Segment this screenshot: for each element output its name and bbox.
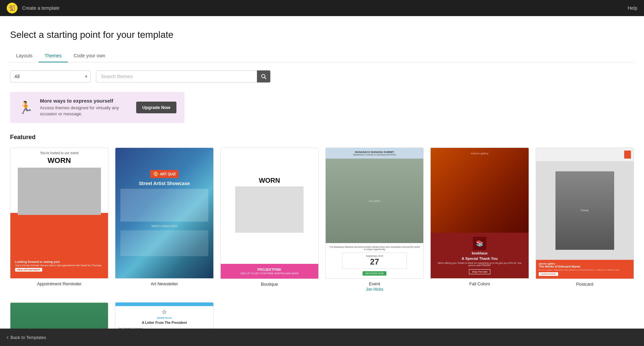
nav-left: 🐒 Create a template	[7, 3, 59, 13]
mailchimp-logo: 🐒	[7, 3, 17, 13]
template-name-appointment: Appointment Reminder	[10, 279, 108, 287]
help-link[interactable]: Help	[628, 5, 637, 11]
nav-title: Create a template	[22, 5, 59, 11]
template-card-postcard[interactable]: Portrait autumn gallery The Works of Edo…	[536, 148, 634, 293]
template-thumbnail-fall: autumn gallery 📚 bookhaus A Special Than…	[430, 148, 529, 279]
tab-themes[interactable]: Themes	[39, 50, 68, 62]
template-name-fall: Fall Colors	[430, 279, 529, 287]
page-heading: Select a starting point for your templat…	[10, 30, 634, 40]
template-thumbnail-postcard: Portrait autumn gallery The Works of Edo…	[536, 148, 634, 279]
back-label: Back to Templates	[10, 335, 46, 340]
template-card-appointment[interactable]: You're invited to our event WORN Looking…	[10, 148, 108, 293]
template-name-postcard: Postcard	[536, 279, 634, 287]
template-author-event: Jon Hicks	[325, 287, 424, 293]
filters-row: All Basic Ecommerce Notification Feature…	[10, 70, 634, 82]
banner-icon: 🏃	[18, 101, 33, 115]
category-dropdown[interactable]: All Basic Ecommerce Notification Feature…	[10, 70, 91, 82]
template-thumbnail-art: 🎨 ART QUIZ Street Artist Showcase Meet a…	[115, 148, 213, 279]
svg-line-1	[265, 77, 266, 79]
search-icon	[261, 74, 266, 79]
back-to-templates-link[interactable]: ‹ Back to Templates	[7, 334, 46, 340]
template-name-boutique: Boutique	[220, 279, 319, 287]
template-thumbnail-event: BANANACO BANANA SUMMIT BANANACO WORLD HE…	[325, 148, 424, 279]
template-card-fall[interactable]: autumn gallery 📚 bookhaus A Special Than…	[430, 148, 529, 293]
template-thumbnail-boutique: WORN PROJEKTPINK SIGN UP TO GET YOUR FRE…	[220, 148, 319, 279]
main-content: Select a starting point for your templat…	[0, 16, 644, 346]
tab-layouts[interactable]: Layouts	[10, 50, 39, 62]
search-wrapper	[96, 70, 270, 82]
tab-code[interactable]: Code your own	[68, 50, 111, 62]
category-dropdown-wrapper: All Basic Ecommerce Notification Feature…	[10, 70, 91, 82]
featured-heading: Featured	[10, 134, 634, 141]
bottom-bar: ‹ Back to Templates	[0, 329, 644, 346]
search-button[interactable]	[257, 70, 270, 82]
upgrade-button[interactable]: Upgrade Now	[136, 102, 176, 113]
template-card-boutique[interactable]: WORN PROJEKTPINK SIGN UP TO GET YOUR FRE…	[220, 148, 319, 293]
search-input[interactable]	[96, 70, 270, 82]
banner-description: Access themes designed for virtually any…	[40, 105, 129, 117]
upgrade-banner: 🏃 More ways to express yourself Access t…	[10, 92, 184, 123]
banner-title: More ways to express yourself	[40, 98, 129, 104]
tab-bar: Layouts Themes Code your own	[10, 50, 634, 62]
template-card-event[interactable]: BANANACO BANANA SUMMIT BANANACO WORLD HE…	[325, 148, 424, 293]
featured-grid: You're invited to our event WORN Looking…	[10, 148, 634, 293]
banner-text: More ways to express yourself Access the…	[40, 98, 129, 117]
template-thumbnail-appointment: You're invited to our event WORN Looking…	[10, 148, 108, 279]
template-name-art: Art Newsletter	[115, 279, 213, 287]
template-name-event: Event	[325, 279, 424, 287]
template-card-art[interactable]: 🎨 ART QUIZ Street Artist Showcase Meet a…	[115, 148, 213, 293]
top-nav: 🐒 Create a template Help	[0, 0, 644, 16]
back-chevron-icon: ‹	[7, 334, 8, 340]
